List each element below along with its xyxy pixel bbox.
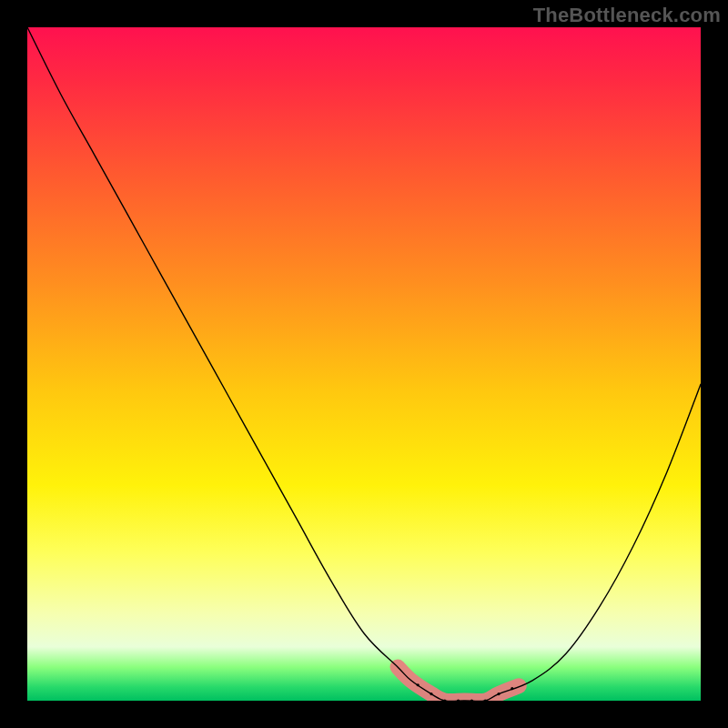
annotation-dot [511,687,513,690]
annotation-dot [417,683,420,686]
bottleneck-curve-path [27,27,701,701]
chart-stage: TheBottleneck.com [0,0,728,728]
curve-group [27,27,701,701]
annotation-dot [497,693,500,695]
curve-layer [27,27,701,701]
watermark-text: TheBottleneck.com [533,4,721,27]
annotation-dot [430,693,432,695]
plot-area [27,27,701,701]
